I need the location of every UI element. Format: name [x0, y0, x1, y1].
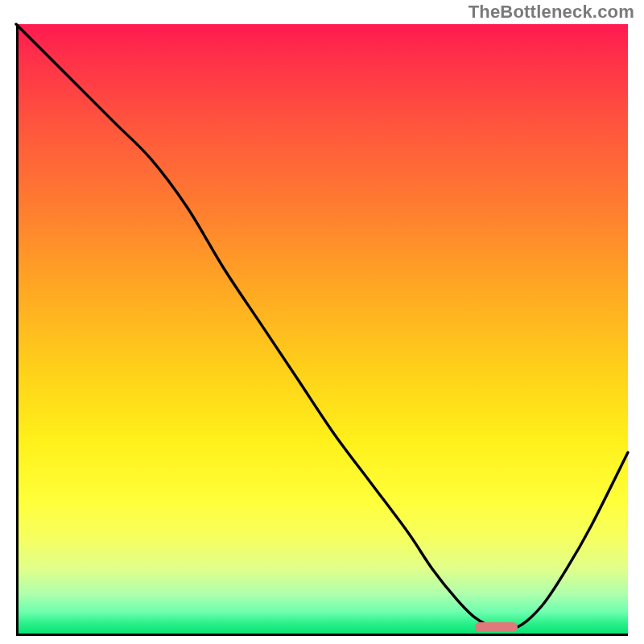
plot-area	[16, 24, 628, 636]
watermark-text: TheBottleneck.com	[469, 2, 634, 23]
optimal-marker	[475, 622, 518, 632]
chart-canvas: TheBottleneck.com	[0, 0, 644, 644]
bottleneck-curve	[16, 24, 628, 629]
curve-svg	[16, 24, 628, 636]
